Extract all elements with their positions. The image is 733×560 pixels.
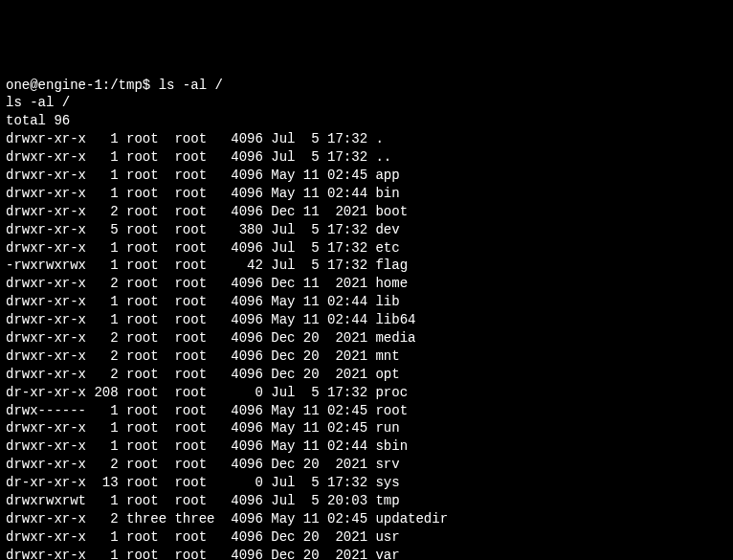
- ls-entry: drwxr-xr-x 2 root root 4096 Dec 11 2021 …: [6, 203, 727, 221]
- ls-entry: dr-xr-xr-x 208 root root 0 Jul 5 17:32 p…: [6, 384, 727, 402]
- ls-entry: drwxr-xr-x 1 root root 4096 Jul 5 17:32 …: [6, 148, 727, 167]
- ls-entry: drwxr-xr-x 1 root root 4096 Dec 20 2021 …: [6, 547, 727, 560]
- ls-entry: drwxr-xr-x 2 root root 4096 Dec 11 2021 …: [6, 275, 727, 293]
- ls-entry: -rwxrwxrwx 1 root root 42 Jul 5 17:32 fl…: [6, 257, 727, 275]
- ls-entry: drwxr-xr-x 1 root root 4096 May 11 02:45…: [6, 167, 727, 185]
- ls-entry: drwxr-xr-x 2 three three 4096 May 11 02:…: [6, 510, 727, 528]
- ls-entry: drwxr-xr-x 1 root root 4096 Jul 5 17:32 …: [6, 239, 727, 258]
- ls-entry: drwxr-xr-x 1 root root 4096 May 11 02:44…: [6, 311, 727, 329]
- ls-entry: drwxr-xr-x 1 root root 4096 Jul 5 17:32 …: [6, 130, 727, 148]
- ls-total-line: total 96: [6, 112, 727, 130]
- ls-entry: drwxr-xr-x 2 root root 4096 Dec 20 2021 …: [6, 347, 727, 366]
- ls-entry: drwxrwxrwt 1 root root 4096 Jul 5 20:03 …: [6, 492, 727, 510]
- terminal-output[interactable]: one@engine-1:/tmp$ ls -al /ls -al /total…: [6, 77, 727, 560]
- ls-entry: drwxr-xr-x 2 root root 4096 Dec 20 2021 …: [6, 366, 727, 384]
- ls-entry: drwxr-xr-x 2 root root 4096 Dec 20 2021 …: [6, 456, 727, 474]
- ls-entry: drwxr-xr-x 2 root root 4096 Dec 20 2021 …: [6, 329, 727, 347]
- ls-entry: dr-xr-xr-x 13 root root 0 Jul 5 17:32 sy…: [6, 474, 727, 492]
- ls-entry: drwxr-xr-x 1 root root 4096 May 11 02:44…: [6, 185, 727, 203]
- ls-entry: drwxr-xr-x 1 root root 4096 May 11 02:44…: [6, 437, 727, 456]
- echo-line-1: ls -al /: [6, 94, 727, 112]
- prompt-line-1: one@engine-1:/tmp$ ls -al /: [6, 77, 727, 95]
- ls-entry: drwx------ 1 root root 4096 May 11 02:45…: [6, 402, 727, 420]
- ls-entry: drwxr-xr-x 5 root root 380 Jul 5 17:32 d…: [6, 221, 727, 239]
- ls-entry: drwxr-xr-x 1 root root 4096 May 11 02:44…: [6, 293, 727, 311]
- ls-entry: drwxr-xr-x 1 root root 4096 May 11 02:45…: [6, 419, 727, 437]
- ls-entry: drwxr-xr-x 1 root root 4096 Dec 20 2021 …: [6, 528, 727, 547]
